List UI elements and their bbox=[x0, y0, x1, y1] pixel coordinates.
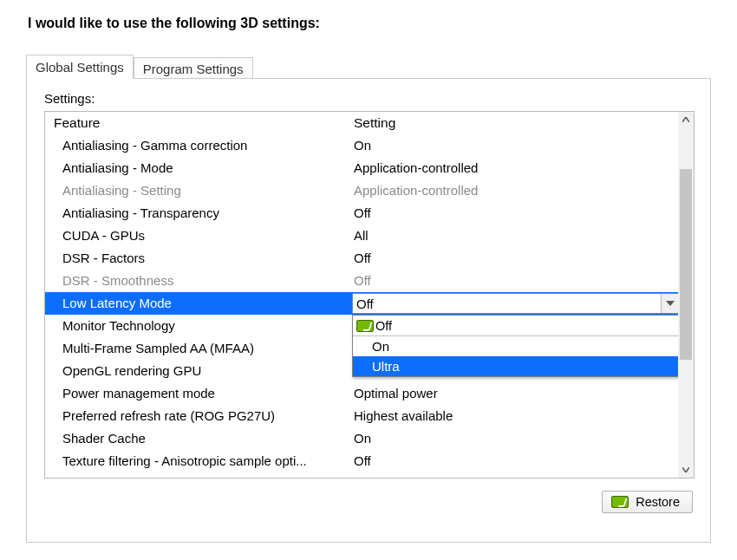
table-row[interactable]: Texture filtering - Anisotropic sample o… bbox=[45, 450, 678, 472]
scrollbar-track[interactable] bbox=[678, 127, 694, 462]
tab-program-settings[interactable]: Program Settings bbox=[134, 57, 253, 80]
feature-cell: Shader Cache bbox=[45, 427, 350, 450]
setting-cell: Off bbox=[350, 247, 678, 270]
column-header-feature[interactable]: Feature bbox=[45, 112, 350, 134]
dropdown-option[interactable]: On bbox=[353, 336, 678, 356]
feature-cell: Antialiasing - Mode bbox=[45, 157, 350, 179]
feature-cell: DSR - Factors bbox=[45, 247, 350, 270]
feature-cell: Texture filtering - Anisotropic sample o… bbox=[45, 450, 350, 472]
feature-cell: Preferred refresh rate (ROG PG27U) bbox=[45, 405, 350, 427]
setting-cell: Allow bbox=[350, 472, 678, 478]
feature-cell: Antialiasing - Setting bbox=[45, 179, 350, 202]
feature-cell: OpenGL rendering GPU bbox=[45, 360, 350, 382]
setting-cell: Off bbox=[350, 450, 678, 472]
chevron-down-icon bbox=[666, 301, 675, 306]
restore-row: Restore bbox=[44, 491, 693, 513]
table-row[interactable]: Shader Cache On bbox=[45, 427, 678, 450]
table-row: Antialiasing - Setting Application-contr… bbox=[45, 179, 678, 202]
table-row[interactable]: Texture filtering - Negative LOD bias Al… bbox=[45, 472, 678, 478]
tab-strip: Global Settings Program Settings bbox=[26, 52, 716, 78]
vertical-scrollbar[interactable] bbox=[678, 112, 694, 478]
nvidia-logo-icon bbox=[356, 320, 374, 332]
feature-cell: Multi-Frame Sampled AA (MFAA) bbox=[45, 337, 350, 360]
setting-cell: All bbox=[350, 225, 678, 247]
chevron-down-icon bbox=[682, 467, 689, 472]
table-row[interactable]: Antialiasing - Mode Application-controll… bbox=[45, 157, 678, 179]
settings-table-container: Feature Setting Antialiasing - Gamma cor… bbox=[44, 111, 695, 479]
settings-label: Settings: bbox=[44, 91, 693, 106]
restore-button[interactable]: Restore bbox=[602, 491, 693, 513]
table-row[interactable]: DSR - Factors Off bbox=[45, 247, 678, 270]
setting-cell: Off bbox=[350, 270, 678, 292]
setting-cell: Application-controlled bbox=[350, 157, 678, 179]
setting-cell: On bbox=[350, 134, 678, 157]
page-heading: I would like to use the following 3D set… bbox=[28, 16, 716, 31]
table-row[interactable]: Antialiasing - Transparency Off bbox=[45, 202, 678, 225]
feature-cell: Texture filtering - Negative LOD bias bbox=[45, 472, 350, 478]
tab-global-settings[interactable]: Global Settings bbox=[26, 55, 134, 79]
tabset: Global Settings Program Settings Setting… bbox=[26, 52, 716, 543]
dropdown-option-label: Off bbox=[375, 319, 392, 333]
settings-table-scroll: Feature Setting Antialiasing - Gamma cor… bbox=[45, 112, 678, 478]
column-header-setting[interactable]: Setting bbox=[350, 112, 678, 134]
feature-cell: Antialiasing - Gamma correction bbox=[45, 134, 350, 157]
feature-cell: CUDA - GPUs bbox=[45, 225, 350, 247]
feature-cell: Power management mode bbox=[45, 382, 350, 405]
table-row[interactable]: Preferred refresh rate (ROG PG27U) Highe… bbox=[45, 405, 678, 427]
feature-cell: Monitor Technology bbox=[45, 315, 350, 337]
feature-cell: DSR - Smoothness bbox=[45, 270, 350, 292]
setting-cell: Optimal power bbox=[350, 382, 678, 405]
table-row[interactable]: CUDA - GPUs All bbox=[45, 225, 678, 247]
chevron-up-icon bbox=[682, 117, 689, 122]
feature-cell: Low Latency Mode bbox=[45, 292, 350, 315]
combobox-value: Off bbox=[353, 296, 661, 311]
restore-button-label: Restore bbox=[636, 495, 680, 509]
scrollbar-up-arrow[interactable] bbox=[678, 112, 694, 127]
low-latency-mode-combobox[interactable]: Off bbox=[352, 293, 678, 314]
nvidia-logo-icon bbox=[611, 496, 629, 508]
scrollbar-thumb[interactable] bbox=[680, 169, 692, 360]
setting-cell: Application-controlled bbox=[350, 179, 678, 202]
dropdown-option-highlighted[interactable]: Ultra bbox=[353, 356, 678, 376]
combobox-toggle[interactable] bbox=[661, 294, 678, 313]
table-row: DSR - Smoothness Off bbox=[45, 270, 678, 292]
table-header-row: Feature Setting bbox=[45, 112, 678, 134]
scrollbar-down-arrow[interactable] bbox=[678, 462, 694, 478]
setting-cell: Highest available bbox=[350, 405, 678, 427]
table-row[interactable]: Power management mode Optimal power bbox=[45, 382, 678, 405]
setting-cell: Off bbox=[350, 202, 678, 225]
table-row[interactable]: Antialiasing - Gamma correction On bbox=[45, 134, 678, 157]
feature-cell: Antialiasing - Transparency bbox=[45, 202, 350, 225]
dropdown-option[interactable]: Off bbox=[353, 316, 678, 336]
setting-cell: On bbox=[350, 427, 678, 450]
low-latency-mode-dropdown-list[interactable]: Off On Ultra bbox=[352, 315, 678, 377]
tab-body: Settings: Feature Setting Antialiasing -… bbox=[26, 78, 711, 543]
